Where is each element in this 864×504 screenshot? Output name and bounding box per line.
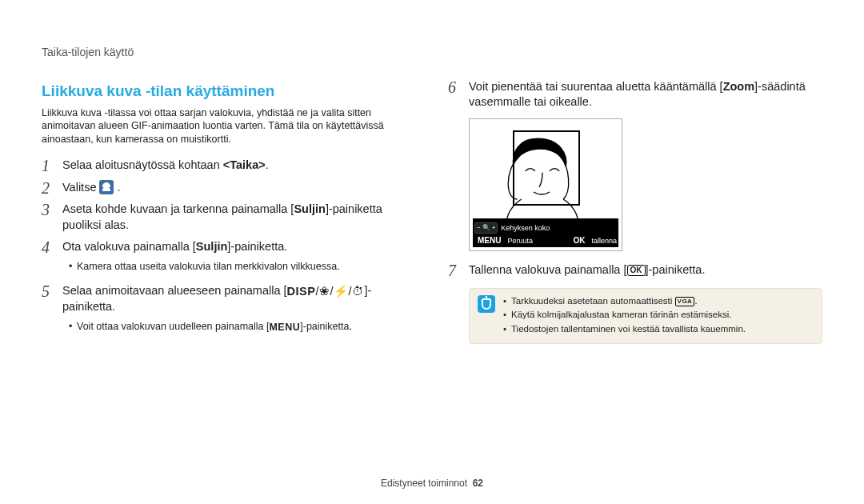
camera-screen [473,122,618,218]
column-right: Voit pienentää tai suurentaa aluetta kää… [448,76,822,344]
focus-frame-icon [513,130,580,206]
step-5-sub: Voit ottaa valokuvan uudelleen painamall… [62,315,416,338]
camera-preview-illustration: −🔍+ Kehyksen koko MENU Peruuta OK tallen… [469,118,622,251]
menu-button-icon: MENU [474,235,504,246]
step-4-sub: Kamera ottaa useita valokuvia tilan merk… [62,255,416,277]
intro-text: Liikkuva kuva -tilassa voi ottaa sarjan … [42,106,416,147]
note-icon [478,295,495,313]
page-number: 62 [473,478,483,489]
save-label: tallenna [591,236,617,246]
two-column-layout: Liikkuva kuva -tilan käyttäminen Liikkuv… [42,76,822,344]
tip-note-box: Tarkkuudeksi asetetaan automaattisesti V… [469,288,822,345]
step-4: Ota valokuva painamalla [Suljin]-painike… [42,236,416,279]
breadcrumb: Taika-tilojen käyttö [42,45,822,60]
step-6: Voit pienentää tai suurentaa aluetta kää… [448,76,822,114]
steps-list-left: Selaa aloitusnäytössä kohtaan <Taika>. V… [42,154,416,341]
step-2: Valitse . [42,177,416,199]
disp-glyph-icon: DISP/❀/⚡/⏱ [287,284,365,300]
ok-button-icon: OK [570,235,588,246]
steps-list-right: Voit pienentää tai suurentaa aluetta kää… [448,76,822,114]
step-7: Tallenna valokuva painamalla [OK]-painik… [448,259,822,282]
menu-glyph-icon: MENU [269,321,300,334]
timer-icon: ⏱ [352,285,365,298]
section-title: Liikkuva kuva -tilan käyttäminen [42,81,416,102]
manual-page: Taika-tilojen käyttö Liikkuva kuva -tila… [0,0,864,504]
step-5: Selaa animoitavaan alueeseen painamalla … [42,280,416,341]
column-left: Liikkuva kuva -tilan käyttäminen Liikkuv… [42,76,416,344]
footer-label: Edistyneet toiminnot [381,478,467,489]
cancel-label: Peruuta [507,236,533,246]
steps-list-right-2: Tallenna valokuva painamalla [OK]-painik… [448,259,822,282]
zoom-indicator-icon: −🔍+ [474,222,498,234]
page-footer: Edistyneet toiminnot 62 [0,477,864,490]
tip-list: Tarkkuudeksi asetetaan automaattisesti V… [503,295,746,338]
flash-icon: ⚡ [334,285,349,298]
camera-overlay-bar: −🔍+ Kehyksen koko MENU Peruuta OK tallen… [473,218,618,247]
frame-size-label: Kehyksen koko [501,223,550,234]
macro-icon: ❀ [319,285,330,298]
step-1: Selaa aloitusnäytössä kohtaan <Taika>. [42,154,416,177]
step-3: Aseta kohde kuvaan ja tarkenna painamall… [42,198,416,236]
ok-glyph-icon: OK [627,265,646,276]
vga-badge: VGA [675,297,695,307]
mode-photo-in-motion-icon [99,180,114,194]
